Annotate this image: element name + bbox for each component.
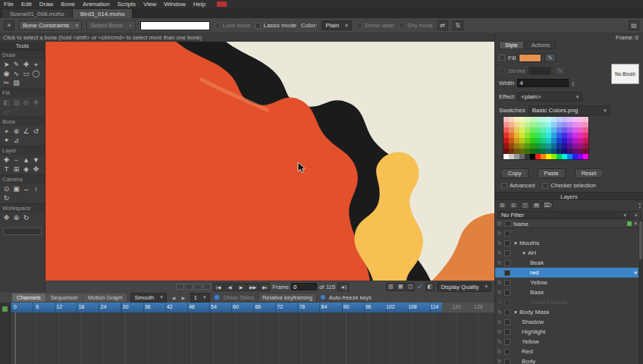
layers-scrollbar[interactable] (638, 220, 643, 364)
layer-row-body-mask[interactable]: ↻▼Body Mask (495, 307, 638, 317)
fill-tool-5-icon[interactable]: ◌ (11, 107, 21, 116)
layer-visibility-checkbox[interactable] (504, 280, 510, 286)
layer-row-mouths[interactable]: ↻▼Mouths (495, 238, 638, 248)
copy-button[interactable]: Copy (501, 168, 529, 178)
color-swatch[interactable] (557, 154, 562, 159)
color-swatch[interactable] (519, 149, 525, 154)
tab-Bird3_014.moho[interactable]: Bird3_014.moho (73, 9, 133, 18)
layer-visibility-checkbox[interactable] (504, 349, 510, 355)
color-swatch[interactable] (503, 143, 509, 149)
color-swatch[interactable] (525, 143, 530, 149)
color-swatch[interactable] (557, 117, 562, 122)
color-swatch[interactable] (567, 122, 572, 127)
tools-extra-button[interactable] (3, 228, 42, 235)
layer-tool-4-icon[interactable]: T (2, 165, 11, 174)
ruler-tick-84[interactable]: 84 (316, 304, 331, 309)
checker-selection-checkbox[interactable]: Checker selection (542, 182, 596, 189)
bone-tool-5-icon[interactable]: ⊿ (11, 136, 21, 145)
color-swatch[interactable] (546, 138, 551, 143)
color-swatch[interactable] (578, 127, 583, 133)
camera-tool-0-icon[interactable]: ⊙ (2, 184, 11, 193)
color-swatch[interactable] (578, 117, 583, 122)
color-swatch[interactable] (562, 154, 567, 159)
draw-tool-8-icon[interactable]: ✂ (2, 78, 11, 87)
color-swatch[interactable] (583, 127, 588, 133)
layer-tool-3-icon[interactable]: ▤ (532, 202, 541, 209)
layer-visibility-checkbox[interactable] (504, 240, 510, 246)
color-swatch[interactable] (525, 127, 530, 133)
layer-anim-icon[interactable]: ↻ (497, 300, 503, 306)
workspace-tool-1-icon[interactable]: ⊕ (11, 213, 21, 222)
layer-anim-icon[interactable]: ↻ (497, 260, 503, 266)
ruler-tick-66[interactable]: 66 (250, 304, 265, 309)
color-swatch[interactable] (562, 117, 567, 122)
color-swatch[interactable] (535, 138, 541, 143)
color-swatch[interactable] (503, 133, 509, 138)
color-swatch[interactable] (519, 127, 525, 133)
color-swatch[interactable] (530, 154, 535, 159)
color-swatch[interactable] (572, 149, 578, 154)
bone-tool-3-icon[interactable]: ↺ (31, 127, 41, 136)
layer-anim-icon[interactable]: ↻ (497, 231, 503, 237)
scrollbar-thumb[interactable] (639, 221, 642, 259)
layer-anim-icon[interactable]: ↻ (497, 359, 503, 364)
color-swatch[interactable] (551, 122, 557, 127)
record-icon[interactable] (217, 2, 227, 7)
color-swatch[interactable] (535, 127, 541, 133)
fill-tool-3-icon[interactable]: ✚ (31, 98, 41, 107)
ruler-tick-48[interactable]: 48 (184, 304, 199, 309)
color-swatch[interactable] (509, 154, 514, 159)
color-swatch[interactable] (551, 133, 557, 138)
layer-visibility-checkbox[interactable] (504, 260, 510, 266)
color-swatch[interactable] (541, 149, 546, 154)
layer-number-dropdown[interactable]: 1 ▾ (190, 293, 210, 303)
color-swatch[interactable] (583, 143, 588, 149)
menu-draw[interactable]: Draw (36, 0, 58, 8)
menu-help[interactable]: Help (190, 0, 209, 8)
ruler-tick-126[interactable]: 126 (471, 304, 486, 309)
view-icon-0[interactable]: ▥ (386, 283, 395, 291)
stroke-checkbox[interactable] (499, 67, 505, 74)
stroke-edit-pencil-icon[interactable]: ✎ (554, 66, 566, 75)
layer-anim-icon[interactable]: ↻ (497, 319, 503, 325)
transport-2-button[interactable]: ▶ (236, 283, 246, 291)
bone-constraints-dropdown[interactable]: Bone Constraints ▾ (19, 20, 82, 30)
color-swatch[interactable] (503, 154, 509, 159)
color-swatch[interactable] (557, 143, 562, 149)
color-swatch[interactable] (541, 143, 546, 149)
color-swatch[interactable] (546, 149, 551, 154)
color-swatch[interactable] (530, 127, 535, 133)
layer-row-ah[interactable]: ↻▼AH (495, 248, 638, 258)
layer-tool-6-icon[interactable]: ◈ (21, 165, 31, 174)
layer-row-yellow[interactable]: ↻Yellow (495, 278, 638, 287)
interpolation-dropdown[interactable]: Smooth ▾ (130, 293, 166, 303)
color-swatch[interactable] (583, 122, 588, 127)
transport-0-button[interactable]: |◀ (213, 283, 224, 291)
fill-edit-pencil-icon[interactable]: ✎ (544, 53, 556, 62)
color-swatch[interactable] (503, 149, 509, 154)
layer-visibility-checkbox[interactable] (504, 270, 510, 276)
next-arrow-icon[interactable]: ▶ (180, 295, 187, 300)
color-swatch[interactable] (503, 122, 509, 127)
fill-tool-0-icon[interactable]: ◧ (2, 98, 11, 107)
color-swatch[interactable] (525, 117, 530, 122)
layer-expand-caret[interactable]: ▼ (513, 310, 518, 315)
color-swatch[interactable] (567, 154, 572, 159)
modifier-hint-button[interactable] (203, 284, 211, 290)
layer-visibility-checkbox[interactable] (504, 359, 510, 364)
shy-bone-checkbox[interactable]: Shy bone (399, 22, 433, 29)
stepper-down-icon[interactable]: ▾ (572, 83, 574, 86)
ruler-tick-42[interactable]: 42 (162, 304, 177, 309)
color-swatch[interactable] (567, 138, 572, 143)
color-swatch[interactable] (519, 138, 525, 143)
color-swatch[interactable] (567, 133, 572, 138)
layer-anim-icon[interactable]: ↻ (497, 280, 503, 286)
color-swatch[interactable] (541, 133, 546, 138)
color-swatch[interactable] (535, 122, 541, 127)
color-swatch[interactable] (583, 133, 588, 138)
color-swatch[interactable] (530, 138, 535, 143)
modifier-hint-button[interactable] (176, 284, 183, 290)
canvas-viewport[interactable] (45, 42, 494, 281)
no-brush-button[interactable]: No Brush (611, 64, 639, 84)
color-swatch[interactable] (525, 122, 530, 127)
